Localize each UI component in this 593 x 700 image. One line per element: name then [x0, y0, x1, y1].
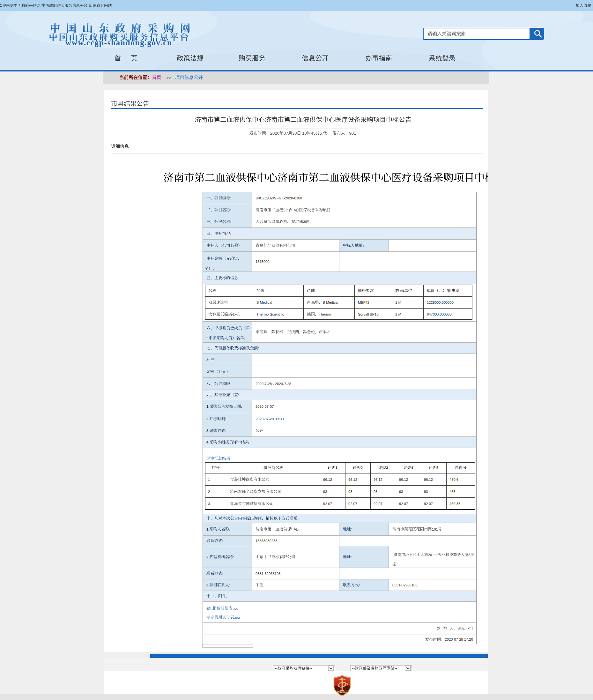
svg-text:2: 2: [208, 490, 210, 494]
svg-text::: :: [225, 417, 227, 421]
svg-text:96.12: 96.12: [348, 478, 357, 481]
svg-text:96.12: 96.12: [373, 478, 383, 481]
svg-text:101: 101: [432, 528, 438, 531]
svg-text:1: 1: [208, 478, 210, 481]
svg-text::: :: [230, 232, 231, 235]
svg-text:93: 93: [399, 490, 403, 494]
svg-text::: :: [241, 404, 242, 409]
svg-text::: :: [214, 358, 215, 362]
svg-text:1: 1: [395, 301, 397, 304]
svg-text:5: 5: [436, 466, 438, 470]
svg-text:96.12: 96.12: [399, 478, 408, 481]
svg-text:57: 57: [320, 131, 324, 135]
svg-text:1228000.000000: 1228000.000000: [427, 301, 453, 304]
svg-text:1.: 1.: [206, 404, 209, 409]
svg-text:3: 3: [208, 502, 210, 506]
svg-text::: :: [222, 539, 224, 543]
svg-text:/: /: [446, 289, 447, 293]
svg-text:.jpg: .jpg: [233, 607, 238, 610]
svg-text:--: --: [352, 666, 355, 671]
svg-text:--: --: [275, 666, 278, 671]
svg-text:4.: 4.: [206, 440, 209, 444]
svg-text::: :: [222, 572, 224, 576]
svg-text:96.12: 96.12: [424, 478, 433, 481]
svg-text:.jpg: .jpg: [234, 616, 240, 619]
svg-text:Sorvall BP16: Sorvall BP16: [358, 312, 379, 316]
svg-text:201: 201: [428, 553, 434, 557]
svg-text:2.: 2.: [206, 555, 209, 559]
svg-text:B Medical: B Medical: [323, 301, 339, 304]
svg-text:30: 30: [292, 131, 296, 135]
svg-text:Thermo Scientific: Thermo Scientific: [256, 312, 284, 316]
svg-text::: :: [238, 393, 239, 397]
svg-text:E: E: [206, 607, 209, 610]
svg-text::: :: [230, 196, 231, 200]
svg-text:2020: 2020: [270, 131, 279, 135]
svg-text::: :: [297, 516, 299, 520]
svg-text:2020-07-07: 2020-07-07: [255, 404, 274, 409]
svg-text::: :: [363, 244, 364, 247]
svg-text:3.: 3.: [206, 429, 209, 433]
svg-text:--: --: [395, 666, 397, 671]
svg-text:1.: 1.: [206, 528, 209, 531]
svg-text:2.: 2.: [206, 417, 209, 421]
svg-text:3.: 3.: [206, 583, 209, 587]
svg-text:93: 93: [348, 490, 352, 494]
svg-text:15588939233: 15588939233: [255, 539, 277, 543]
svg-text:2020-07-28 09:30: 2020-07-28 09:30: [255, 417, 284, 421]
svg-text:92.07: 92.07: [348, 502, 357, 506]
svg-text:465: 465: [449, 490, 456, 494]
svg-text:647000.000000: 647000.000000: [427, 312, 452, 316]
svg-text:2020-7-28 - 2020-7-28: 2020-7-28 - 2020-7-28: [255, 382, 291, 386]
svg-text::: :: [258, 346, 259, 350]
svg-text::: :: [229, 528, 230, 531]
svg-text:/: /: [403, 289, 404, 293]
svg-text:Thermo: Thermo: [319, 312, 331, 316]
svg-text:MBF42: MBF42: [358, 301, 369, 304]
svg-text:2020-07-28 17:20: 2020-07-28 17:20: [445, 637, 473, 641]
svg-text:92.07: 92.07: [323, 502, 332, 506]
svg-text:45: 45: [311, 131, 315, 135]
svg-text:1: 1: [335, 466, 338, 470]
svg-text::: :: [225, 429, 227, 433]
svg-text:2: 2: [361, 466, 363, 470]
svg-text::: :: [226, 594, 228, 598]
svg-text:/: /: [230, 257, 231, 261]
svg-text:93: 93: [373, 490, 378, 494]
svg-text:901: 901: [349, 131, 356, 135]
svg-text:4: 4: [411, 466, 413, 470]
svg-text::: :: [229, 583, 230, 587]
svg-text:480.6: 480.6: [449, 478, 459, 481]
svg-text:92.07: 92.07: [373, 502, 383, 506]
svg-text:96.12: 96.12: [323, 478, 332, 481]
svg-text::: :: [233, 555, 234, 559]
svg-text:93: 93: [424, 490, 428, 494]
svg-text:10: 10: [301, 131, 307, 135]
svg-text:92.07: 92.07: [424, 502, 433, 506]
svg-text:JNCZ(SDZW)-GK-2020-0100: JNCZ(SDZW)-GK-2020-0100: [255, 196, 302, 200]
svg-text:826: 826: [468, 553, 474, 557]
svg-text:0531-82968103: 0531-82968103: [255, 572, 280, 576]
svg-text:-: -: [87, 3, 89, 8]
svg-text:92.07: 92.07: [399, 502, 408, 506]
svg-text::: :: [244, 336, 245, 340]
svg-text::: :: [230, 220, 231, 224]
svg-text:1: 1: [395, 312, 397, 316]
svg-text:3: 3: [386, 466, 388, 470]
svg-text:--: --: [309, 666, 312, 671]
svg-text:93: 93: [323, 490, 327, 494]
svg-text:07: 07: [284, 131, 288, 135]
svg-text:1875000: 1875000: [255, 260, 270, 264]
svg-text:B Medical: B Medical: [256, 301, 272, 304]
svg-text:>>: >>: [166, 75, 171, 80]
svg-text:0531-82968103: 0531-82968103: [392, 583, 417, 587]
svg-text::: :: [230, 208, 231, 212]
svg-text:460.35: 460.35: [449, 502, 460, 506]
svg-text:www.ccgp-shandong.gov.cn: www.ccgp-shandong.gov.cn: [66, 38, 172, 47]
